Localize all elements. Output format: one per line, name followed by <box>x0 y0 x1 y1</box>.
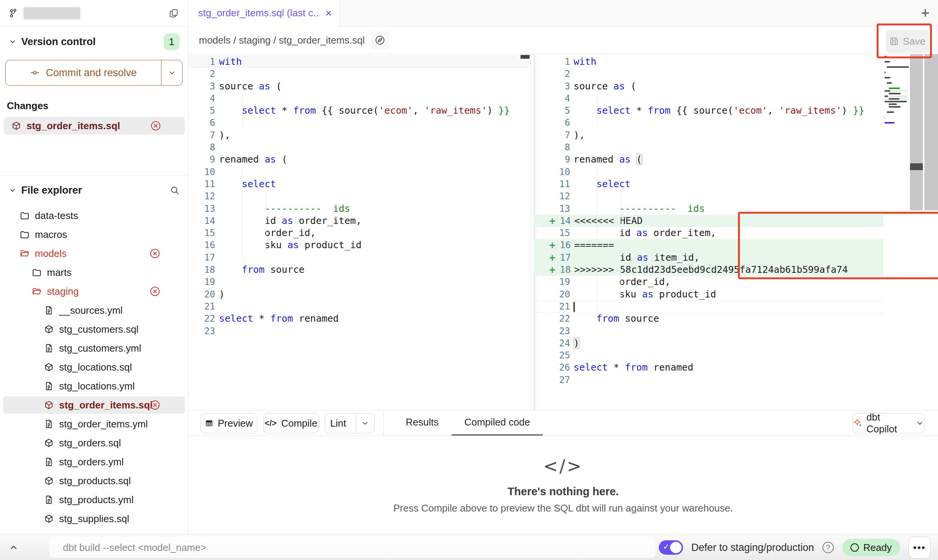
overflow-menu-button[interactable]: ••• <box>908 537 930 558</box>
code-line-18[interactable]: +18>>>>>>> 58c1dd23d5eebd9cd2495fa7124ab… <box>533 264 883 276</box>
code-line-5[interactable]: 5 select * from {{ source('ecom', 'raw_i… <box>533 105 883 117</box>
dbt-copilot-button[interactable]: dbt Copilot <box>852 413 924 433</box>
code-line-14[interactable]: 14 id as order_item, <box>188 215 529 227</box>
code-line-13[interactable]: 13 ---------- ids <box>533 203 883 215</box>
code-line-22[interactable]: 22select * from renamed <box>188 313 529 325</box>
code-line-6[interactable]: 6 <box>533 117 883 129</box>
editor-scrollbar-handle[interactable] <box>910 163 923 170</box>
tab-results[interactable]: Results <box>393 410 452 436</box>
tree-item-data-tests[interactable]: data-tests <box>3 207 185 224</box>
lint-button[interactable]: Lint <box>325 413 375 433</box>
command-input[interactable] <box>49 537 655 558</box>
code-line-1[interactable]: 1with <box>533 56 883 68</box>
code-line-8[interactable]: 8 <box>188 141 529 153</box>
code-line-22[interactable]: 22 from source <box>533 313 883 325</box>
defer-toggle[interactable]: ✓ <box>659 540 683 555</box>
modified-x-icon[interactable] <box>149 286 161 297</box>
tab-stg-order-items[interactable]: stg_order_items.sql (last c... × <box>188 0 340 27</box>
code-line-6[interactable]: 6 <box>188 117 529 129</box>
code-line-3[interactable]: 3source as ( <box>188 80 529 92</box>
tree-item-models[interactable]: models <box>3 245 185 262</box>
tree-item-marts[interactable]: marts <box>3 264 185 281</box>
code-line-2[interactable]: 2 <box>533 68 883 80</box>
code-line-5[interactable]: 5 select * from {{ source('ecom', 'raw_i… <box>188 105 529 117</box>
left-pane-scrollbar-handle[interactable] <box>521 55 530 59</box>
tree-item-stg-products-sql[interactable]: stg_products.sql <box>3 472 185 490</box>
code-line-4[interactable]: 4 <box>188 92 529 105</box>
commit-and-resolve-button[interactable]: Commit and resolve <box>5 60 183 86</box>
code-line-7[interactable]: 7), <box>188 129 529 141</box>
tree-item-stg-locations-yml[interactable]: stg_locations.yml <box>3 377 185 395</box>
code-line-12[interactable]: 12 <box>188 190 529 202</box>
editor-scrollbar[interactable] <box>910 54 923 210</box>
code-line-25[interactable]: 25 <box>533 349 883 361</box>
tree-item-stg-locations-sql[interactable]: stg_locations.sql <box>3 358 185 376</box>
window-scrollbar[interactable] <box>924 54 938 210</box>
preview-button[interactable]: Preview <box>200 413 257 433</box>
code-line-23[interactable]: 23 <box>188 325 529 337</box>
tree-item-stg-orders-yml[interactable]: stg_orders.yml <box>3 453 185 471</box>
changed-file-row[interactable]: stg_order_items.sql <box>4 117 185 135</box>
lint-options-dropdown[interactable] <box>356 413 374 433</box>
code-line-15[interactable]: 15 id as order_item, <box>533 227 883 239</box>
close-icon[interactable]: × <box>325 8 332 19</box>
editor-pane-right[interactable]: 1with23source as (45 select * from {{ so… <box>533 54 883 410</box>
code-line-18[interactable]: 18 from source <box>188 264 529 276</box>
file-explorer-header[interactable]: File explorer <box>0 180 188 200</box>
version-control-header[interactable]: Version control 1 <box>0 32 188 52</box>
search-icon[interactable] <box>170 185 180 195</box>
modified-x-icon[interactable] <box>149 399 161 411</box>
code-line-13[interactable]: 13 ---------- ids <box>188 203 529 215</box>
code-line-16[interactable]: +16======= <box>533 239 883 251</box>
code-line-17[interactable]: 17 <box>188 252 529 264</box>
tree-item-stg-order-items-yml[interactable]: stg_order_items.yml <box>3 415 185 433</box>
code-line-4[interactable]: 4 <box>533 92 883 105</box>
code-line-16[interactable]: 16 sku as product_id <box>188 239 529 251</box>
chevron-up-icon[interactable] <box>8 542 19 554</box>
code-line-11[interactable]: 11 select <box>533 178 883 190</box>
status-badge[interactable]: Ready <box>842 539 900 556</box>
code-line-2[interactable]: 2 <box>188 68 529 80</box>
tab-compiled-code[interactable]: Compiled code <box>452 410 543 436</box>
code-line-7[interactable]: 7), <box>533 129 883 141</box>
tree-item-stg-customers-yml[interactable]: stg_customers.yml <box>3 339 185 357</box>
code-line-12[interactable]: 12 <box>533 190 883 202</box>
tree-item-stg-products-yml[interactable]: stg_products.yml <box>3 491 185 508</box>
code-line-14[interactable]: +14<<<<<<< HEAD <box>533 215 883 227</box>
code-line-17[interactable]: +17 id as item_id, <box>533 252 883 264</box>
code-line-15[interactable]: 15 order_id, <box>188 227 529 239</box>
help-icon[interactable]: ? <box>822 542 834 553</box>
code-line-27[interactable]: 27 <box>533 374 883 386</box>
code-line-24[interactable]: 24) <box>533 337 883 349</box>
tree-item--sources-yml[interactable]: __sources.yml <box>3 302 185 319</box>
modified-x-icon[interactable] <box>149 248 161 259</box>
code-line-9[interactable]: 9renamed as ( <box>533 153 883 166</box>
modified-x-icon[interactable] <box>150 120 161 131</box>
git-branch-icon[interactable] <box>9 8 19 18</box>
tree-item-stg-orders-sql[interactable]: stg_orders.sql <box>3 434 185 452</box>
code-line-11[interactable]: 11 select <box>188 178 529 190</box>
code-line-21[interactable]: 21 <box>188 300 529 313</box>
tree-item-stg-supplies-sql[interactable]: stg_supplies.sql <box>3 510 185 527</box>
code-line-23[interactable]: 23 <box>533 325 883 337</box>
code-line-21[interactable]: 21 <box>533 300 883 313</box>
code-line-9[interactable]: 9renamed as ( <box>188 153 529 166</box>
code-line-19[interactable]: 19 <box>188 276 529 288</box>
code-line-10[interactable]: 10 <box>533 166 883 178</box>
new-tab-button[interactable]: + <box>921 5 930 20</box>
code-line-26[interactable]: 26select * from renamed <box>533 361 883 374</box>
code-line-20[interactable]: 20 sku as product_id <box>533 288 883 300</box>
code-line-20[interactable]: 20) <box>188 288 529 300</box>
editor-pane-left[interactable]: 1with23source as (45 select * from {{ so… <box>188 54 529 410</box>
code-line-1[interactable]: 1with <box>188 56 529 68</box>
code-line-3[interactable]: 3source as ( <box>533 80 883 92</box>
code-line-10[interactable]: 10 <box>188 166 529 178</box>
lineage-button[interactable] <box>371 31 389 49</box>
branch-name-placeholder[interactable] <box>23 7 80 19</box>
compile-button[interactable]: </> Compile <box>263 413 319 433</box>
tree-item-staging[interactable]: staging <box>3 283 185 300</box>
code-line-19[interactable]: 19 order_id, <box>533 276 883 288</box>
commit-options-dropdown[interactable] <box>161 60 182 85</box>
minimap[interactable] <box>885 56 907 127</box>
tree-item-stg-customers-sql[interactable]: stg_customers.sql <box>3 321 185 338</box>
